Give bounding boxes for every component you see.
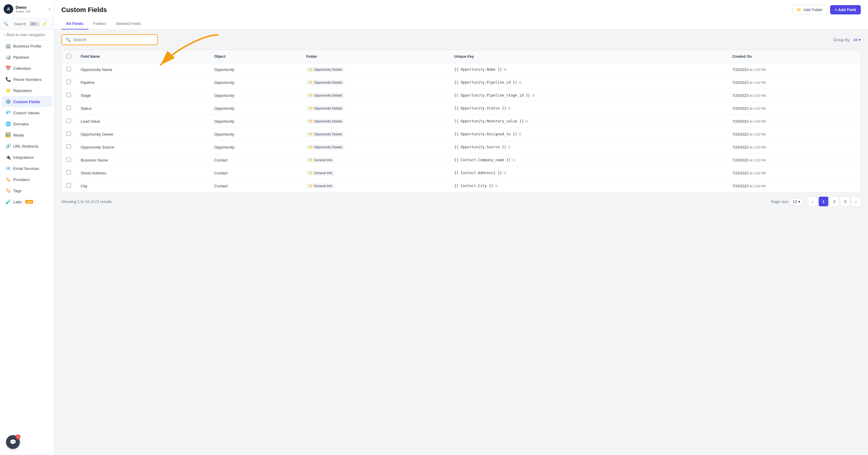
field-name-cell-8: Street Address [76,166,209,180]
folder-cell-8: 📁 General Info [301,166,450,180]
media-icon: 🖼️ [5,132,11,138]
created-on-cell-5: 7/24/2023 At 2:03 PM [727,128,861,141]
folder-icon-7: 📁 [309,158,313,162]
sidebar-item-media[interactable]: 🖼️ Media [2,130,52,141]
row-checkbox-5[interactable] [62,128,76,141]
sidebar-item-integrations[interactable]: 🔌 Integrations [2,152,52,163]
object-cell-1: Opportunity [209,76,301,89]
copy-icon-7[interactable]: ⧉ [513,158,515,162]
copy-icon-4[interactable]: ⧉ [525,119,528,123]
domains-icon: 🌐 [5,121,11,127]
field-name-cell-1: Pipeline [76,76,209,89]
tab-folders[interactable]: Folders [88,18,111,29]
chevron-left-icon: ‹ [4,33,5,37]
sidebar-search[interactable]: 🔍 Search ⌘K ⚡ [0,18,54,30]
add-folder-button[interactable]: 📁 Add Folder [792,5,827,15]
copy-icon-8[interactable]: ⧉ [504,171,506,175]
page-1-button[interactable]: 1 [819,197,828,206]
copy-icon-6[interactable]: ⧉ [508,145,511,149]
unique-key-cell-4: {{ Opportunity.Monetary_value }} ⧉ [450,115,727,128]
sidebar-item-calendars[interactable]: 📅 Calendars [2,63,52,74]
search-box[interactable]: 🔍 [61,34,158,45]
folder-icon-3: 📁 [309,107,313,110]
calendars-icon: 📅 [5,66,11,71]
pagination-buttons: ‹ 1 2 3 › [808,197,861,206]
row-checkbox-8[interactable] [62,166,76,180]
row-checkbox-3[interactable] [62,102,76,115]
sidebar-item-custom-values[interactable]: 💎 Custom Values [2,108,52,118]
row-checkbox-4[interactable] [62,115,76,128]
row-checkbox-9[interactable] [62,180,76,192]
demo-location: Irvine, CA [16,10,46,13]
add-field-label: + Add Field [835,7,856,12]
sidebar-item-label: Custom Fields [13,99,40,104]
sidebar-item-email-services[interactable]: 📧 Email Services [2,163,52,174]
copy-icon-9[interactable]: ⧉ [495,184,498,188]
unique-key-cell-8: {{ Contact.Address1 }} ⧉ [450,166,727,180]
custom-fields-table: Field Name Object Folder Unique Key Crea… [61,50,861,192]
created-on-cell-0: 7/24/2023 At 2:03 PM [727,63,861,76]
sidebar-item-reputation[interactable]: ⭐ Reputation [2,85,52,96]
folder-cell-2: 📁 Opportunity Details [301,89,450,102]
folder-badge-4: 📁 Opportunity Details [306,119,345,124]
sidebar-item-pipelines[interactable]: 📊 Pipelines [2,52,52,63]
copy-icon-1[interactable]: ⧉ [519,80,522,85]
folder-badge-9: 📁 General Info [306,183,335,188]
chat-widget[interactable]: 💬 4 [6,435,20,449]
select-all-checkbox[interactable] [66,54,71,58]
row-checkbox-7[interactable] [62,154,76,166]
table-row: City Contact 📁 General Info {{ Contact.C… [62,180,861,192]
tab-all-fields[interactable]: All Fields [61,18,88,29]
object-cell-6: Opportunity [209,141,301,154]
unique-key-cell-3: {{ Opportunity.Status }} ⧉ [450,102,727,115]
unique-key-value-8: {{ Contact.Address1 }} [454,171,502,175]
copy-icon-5[interactable]: ⧉ [519,132,522,136]
add-field-button[interactable]: + Add Field [830,5,861,14]
prev-page-button[interactable]: ‹ [808,197,817,206]
unique-key-value-7: {{ Contact.Company_name }} [454,158,511,162]
sidebar-item-business-profile[interactable]: 🏢 Business Profile [2,40,52,52]
back-nav[interactable]: ‹ Back to main navigation [0,30,54,40]
sidebar-item-phone-numbers[interactable]: 📞 Phone Numbers [2,74,52,85]
sidebar-item-label: URL Redirects [13,144,38,149]
sidebar-item-label: Calendars [13,66,31,71]
row-checkbox-0[interactable] [62,63,76,76]
next-page-button[interactable]: › [851,197,861,206]
group-by-value[interactable]: All [853,38,858,42]
page-size-select[interactable]: 10 ▾ [790,198,803,205]
group-by: Group By All ▾ [833,38,861,42]
row-checkbox-6[interactable] [62,141,76,154]
sidebar-item-url-redirects[interactable]: 🔗 URL Redirects [2,141,52,152]
header-actions: 📁 Add Folder + Add Field [792,5,861,15]
copy-icon-2[interactable]: ⧉ [532,93,535,97]
created-on-cell-4: 7/24/2023 At 2:03 PM [727,115,861,128]
folder-badge-2: 📁 Opportunity Details [306,93,345,98]
object-cell-3: Opportunity [209,102,301,115]
add-folder-label: Add Folder [803,7,823,12]
sidebar-item-custom-fields[interactable]: ⚙️ Custom Fields [2,96,52,107]
table-row: Lead Value Opportunity 📁 Opportunity Det… [62,115,861,128]
folder-header: Folder [301,50,450,63]
copy-icon-0[interactable]: ⧉ [504,67,506,71]
copy-icon-3[interactable]: ⧉ [508,106,511,110]
providers-icon: 🏷️ [5,177,11,182]
content-area: 🔍 Group By All ▾ [54,29,868,455]
sidebar-item-domains[interactable]: 🌐 Domains [2,119,52,129]
created-on-cell-1: 7/24/2023 At 2:03 PM [727,76,861,89]
created-on-cell-2: 7/24/2023 At 2:03 PM [727,89,861,102]
row-checkbox-1[interactable] [62,76,76,89]
created-time-1: At 2:03 PM [749,81,766,85]
row-checkbox-2[interactable] [62,89,76,102]
sidebar-item-labs[interactable]: 🧪 Labs new [2,196,52,207]
sidebar-logo[interactable]: A Demo Irvine, CA ▾ [0,0,54,18]
created-time-9: At 2:03 PM [749,184,766,188]
sidebar-item-providers[interactable]: 🏷️ Providers [2,174,52,185]
page-3-button[interactable]: 3 [840,197,850,206]
created-time-0: At 2:03 PM [749,68,766,71]
tab-deleted-fields[interactable]: Deleted Fields [111,18,146,29]
sidebar-item-tags[interactable]: 🏷️ Tags [2,185,52,196]
created-on-header: Created On [727,50,861,63]
integrations-icon: 🔌 [5,155,11,160]
search-input[interactable] [73,37,153,42]
page-2-button[interactable]: 2 [830,197,839,206]
